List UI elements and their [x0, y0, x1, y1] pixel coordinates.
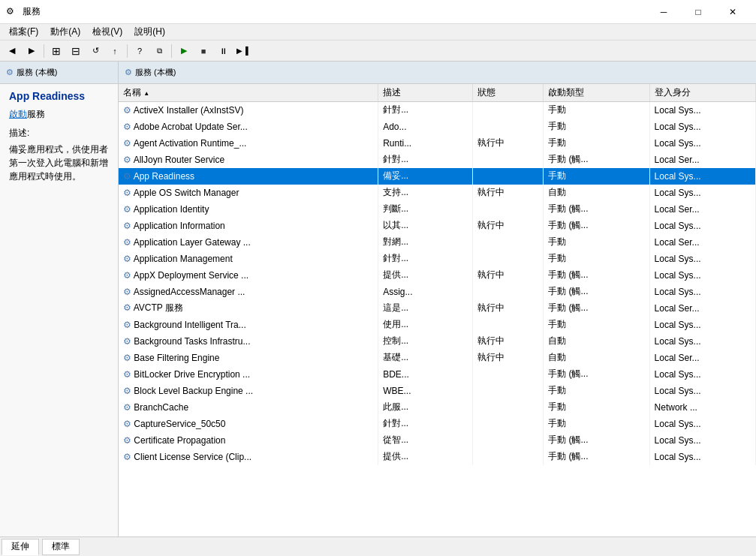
link-suffix: 服務 — [27, 109, 45, 119]
menu-action[interactable]: 動作(A) — [44, 24, 86, 41]
table-row[interactable]: ⚙ Client License Service (Clip... 提供... … — [119, 449, 756, 465]
toolbar-back[interactable]: ◀ — [3, 43, 21, 59]
table-row[interactable]: ⚙ Background Tasks Infrastru... 控制... 執行… — [119, 333, 756, 350]
gear-icon: ⚙ — [123, 155, 134, 165]
table-row[interactable]: ⚙ CaptureService_50c50 針對... 手動 Local Sy… — [119, 416, 756, 432]
minimize-button[interactable]: ─ — [646, 0, 681, 24]
cell-name: ⚙ AVCTP 服務 — [119, 300, 378, 317]
description-text: 備妥應用程式，供使用者第一次登入此電腦和新增應用程式時使用。 — [9, 143, 109, 183]
toolbar-help[interactable]: ? — [131, 43, 149, 59]
cell-name: ⚙ AllJoyn Router Service — [119, 152, 378, 168]
cell-name: ⚙ BitLocker Drive Encryption ... — [119, 366, 378, 383]
cell-login: Local Sys... — [649, 432, 755, 449]
services-table-container[interactable]: 名稱 ▲ 描述 狀態 啟動類型 登入身分 ⚙ ActiveX Installer… — [119, 84, 756, 536]
table-row[interactable]: ⚙ Application Layer Gateway ... 對網... 手動… — [119, 234, 756, 251]
cell-name: ⚙ Background Tasks Infrastru... — [119, 333, 378, 350]
table-row[interactable]: ⚙ AllJoyn Router Service 針對... 手動 (觸... … — [119, 152, 756, 168]
table-row[interactable]: ⚙ Agent Activation Runtime_... Runti... … — [119, 135, 756, 152]
table-row[interactable]: ⚙ Application Identity 判斷... 手動 (觸... Lo… — [119, 201, 756, 218]
table-row[interactable]: ⚙ Application Information 以其... 執行中 手動 (… — [119, 218, 756, 234]
cell-startup: 手動 — [544, 399, 649, 416]
gear-icon: ⚙ — [123, 386, 134, 396]
cell-desc: WBE... — [378, 383, 473, 399]
cell-startup: 手動 (觸... — [544, 152, 649, 168]
toolbar-start[interactable]: ▶ — [175, 43, 193, 59]
gear-icon: ⚙ — [123, 237, 134, 248]
cell-startup: 手動 — [544, 102, 649, 119]
table-row[interactable]: ⚙ Block Level Backup Engine ... WBE... 手… — [119, 383, 756, 399]
table-row[interactable]: ⚙ Apple OS Switch Manager 支持... 執行中 自動 L… — [119, 185, 756, 201]
cell-startup: 手動 (觸... — [544, 432, 649, 449]
toolbar-export[interactable]: ↑ — [106, 43, 124, 59]
cell-login: Local Sys... — [649, 366, 755, 383]
right-header-icon: ⚙ — [125, 68, 132, 77]
col-header-name[interactable]: 名稱 ▲ — [119, 84, 378, 102]
gear-icon: ⚙ — [123, 402, 134, 413]
cell-startup: 手動 (觸... — [544, 218, 649, 234]
tab-extended[interactable]: 延伸 — [2, 539, 39, 555]
table-row[interactable]: ⚙ Adobe Acrobat Update Ser... Ado... 手動 … — [119, 119, 756, 135]
cell-status — [472, 201, 543, 218]
table-row[interactable]: ⚙ Certificate Propagation 從智... 手動 (觸...… — [119, 432, 756, 449]
cell-desc: 提供... — [378, 449, 473, 465]
menu-file[interactable]: 檔案(F) — [3, 24, 44, 41]
close-button[interactable]: ✕ — [715, 0, 750, 24]
cell-desc: 控制... — [378, 333, 473, 350]
table-row[interactable]: ⚙ AssignedAccessManager ... Assig... 手動 … — [119, 284, 756, 300]
table-row[interactable]: ⚙ ActiveX Installer (AxInstSV) 針對... 手動 … — [119, 102, 756, 119]
cell-startup: 手動 (觸... — [544, 300, 649, 317]
gear-icon: ⚙ — [123, 270, 134, 281]
cell-name: ⚙ ActiveX Installer (AxInstSV) — [119, 102, 378, 119]
toolbar-stop[interactable]: ■ — [194, 43, 212, 59]
toolbar-restart[interactable]: ▶▐ — [233, 43, 251, 59]
toolbar-pause[interactable]: ⏸ — [214, 43, 232, 59]
cell-desc: 備妥... — [378, 168, 473, 185]
table-row[interactable]: ⚙ BranchCache 此服... 手動 Network ... — [119, 399, 756, 416]
cell-status — [472, 383, 543, 399]
services-tbody: ⚙ ActiveX Installer (AxInstSV) 針對... 手動 … — [119, 102, 756, 465]
right-panel-title: 服務 (本機) — [135, 67, 176, 78]
menu-help[interactable]: 說明(H) — [128, 24, 171, 41]
cell-startup: 手動 — [544, 416, 649, 432]
cell-name: ⚙ Application Layer Gateway ... — [119, 234, 378, 251]
cell-login: Local Sys... — [649, 168, 755, 185]
cell-name: ⚙ Adobe Acrobat Update Ser... — [119, 119, 378, 135]
cell-name: ⚙ Agent Activation Runtime_... — [119, 135, 378, 152]
table-row[interactable]: ⚙ Background Intelligent Tra... 使用... 手動… — [119, 317, 756, 333]
col-header-status[interactable]: 狀態 — [472, 84, 543, 102]
table-row[interactable]: ⚙ Base Filtering Engine 基礎... 執行中 自動 Loc… — [119, 350, 756, 366]
maximize-button[interactable]: □ — [681, 0, 715, 24]
cell-login: Local Sys... — [649, 284, 755, 300]
cell-startup: 手動 (觸... — [544, 267, 649, 284]
toolbar-up[interactable]: ⊞ — [47, 43, 65, 59]
gear-icon: ⚙ — [123, 302, 134, 313]
toolbar-prop[interactable]: ⧉ — [150, 43, 168, 59]
toolbar-forward[interactable]: ▶ — [23, 43, 41, 59]
col-header-startup[interactable]: 啟動類型 — [544, 84, 649, 102]
cell-startup: 手動 (觸... — [544, 201, 649, 218]
toolbar-show[interactable]: ⊟ — [67, 43, 85, 59]
tab-standard[interactable]: 標準 — [42, 539, 80, 555]
cell-status — [472, 416, 543, 432]
col-header-desc[interactable]: 描述 — [378, 84, 473, 102]
cell-desc: 判斷... — [378, 201, 473, 218]
cell-name: ⚙ Certificate Propagation — [119, 432, 378, 449]
cell-startup: 手動 — [544, 135, 649, 152]
cell-startup: 手動 — [544, 168, 649, 185]
gear-icon: ⚙ — [123, 122, 134, 132]
cell-startup: 手動 — [544, 383, 649, 399]
table-row[interactable]: ⚙ Application Management 針對... 手動 Local … — [119, 251, 756, 267]
title-bar: ⚙ 服務 ─ □ ✕ — [0, 0, 756, 24]
start-service-link[interactable]: 啟動 — [9, 109, 27, 119]
gear-icon: ⚙ — [123, 353, 134, 363]
menu-view[interactable]: 檢視(V) — [86, 24, 128, 41]
table-row[interactable]: ⚙ AVCTP 服務 這是... 執行中 手動 (觸... Local Ser.… — [119, 300, 756, 317]
cell-status: 執行中 — [472, 185, 543, 201]
table-row[interactable]: ⚙ BitLocker Drive Encryption ... BDE... … — [119, 366, 756, 383]
table-row[interactable]: ⚙ AppX Deployment Service ... 提供... 執行中 … — [119, 267, 756, 284]
table-row[interactable]: ⚙ App Readiness 備妥... 手動 Local Sys... — [119, 168, 756, 185]
col-header-login[interactable]: 登入身分 — [649, 84, 755, 102]
gear-icon: ⚙ — [123, 320, 134, 330]
cell-login: Local Sys... — [649, 102, 755, 119]
toolbar-refresh[interactable]: ↺ — [86, 43, 104, 59]
